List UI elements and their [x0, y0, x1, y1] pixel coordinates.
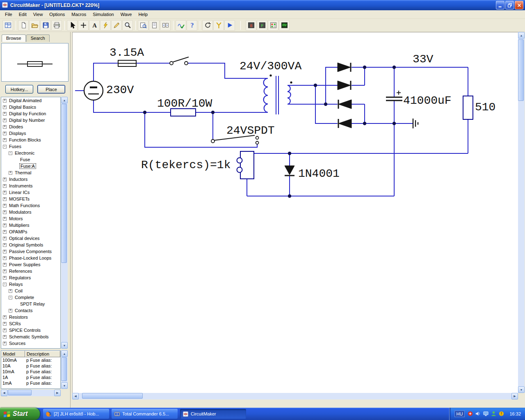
place-button[interactable]: Place — [37, 85, 65, 94]
tree-item-power-supplies[interactable]: +Power Supplies — [1, 261, 60, 268]
menu-simulation[interactable]: Simulation — [89, 11, 117, 18]
expand-toggle-icon[interactable]: + — [3, 217, 7, 221]
sidebar-hscrollbar[interactable]: ◀ ▶ — [1, 390, 61, 396]
menu-wave[interactable]: Wave — [117, 11, 135, 18]
browse-panel-button[interactable] — [2, 20, 13, 31]
scroll-left-icon[interactable]: ◀ — [72, 393, 79, 399]
expand-toggle-icon[interactable]: + — [3, 99, 7, 103]
scroll-up-icon[interactable]: ▲ — [518, 32, 525, 39]
tab-browse[interactable]: Browse — [2, 34, 26, 42]
menu-edit[interactable]: Edit — [16, 11, 30, 18]
menu-file[interactable]: File — [2, 11, 16, 18]
tree-vscrollbar[interactable]: ▲ ▼ — [61, 97, 68, 349]
expand-toggle-icon[interactable]: + — [3, 184, 7, 188]
close-button[interactable] — [515, 1, 523, 9]
scroll-track[interactable] — [61, 103, 68, 342]
tree-item-digital-by-function[interactable]: +Digital by Function — [1, 110, 60, 117]
model-row[interactable]: 10Ap Fuse alias: — [1, 363, 60, 369]
canvas-vscrollbar[interactable]: ▲ ▼ — [518, 32, 525, 393]
tree-item-linear-ics[interactable]: +Linear ICs — [1, 189, 60, 196]
scroll-right-icon[interactable]: ▶ — [54, 390, 61, 396]
expand-toggle-icon[interactable]: - — [9, 296, 12, 299]
tree-item-electronic[interactable]: -Electronic — [1, 150, 60, 156]
tree-item-thermal[interactable]: +Thermal — [1, 169, 60, 176]
tree-item-function-blocks[interactable]: +Function Blocks — [1, 137, 60, 143]
schematic-canvas[interactable]: 3.15A230V24V/300VA100R/10W24VSPDTR(teker… — [73, 32, 518, 393]
scroll-up-icon[interactable]: ▲ — [61, 97, 68, 103]
label-source-voltage[interactable]: 230V — [106, 84, 134, 96]
component-load-resistor[interactable] — [463, 96, 473, 119]
tree-item-math-functions[interactable]: +Math Functions — [1, 202, 60, 209]
run-simulation-button[interactable] — [224, 20, 235, 31]
schematic-labels[interactable]: 3.15A230V24V/300VA100R/10W24VSPDTR(teker… — [106, 46, 495, 180]
expand-toggle-icon[interactable]: + — [3, 132, 7, 135]
hotkey-button[interactable]: Hotkey... — [5, 85, 33, 94]
delete-tool-button[interactable] — [100, 20, 111, 31]
edit-tool-button[interactable] — [111, 20, 122, 31]
expand-toggle-icon[interactable]: + — [3, 230, 7, 234]
tree-item-phase-locked-loops[interactable]: +Phase-Locked Loops — [1, 255, 60, 261]
model-vscrollbar[interactable]: ▲ ▼ — [61, 350, 68, 389]
display-logic-button[interactable] — [268, 20, 278, 31]
expand-toggle-icon[interactable]: + — [3, 178, 7, 181]
scroll-down-icon[interactable]: ▼ — [61, 342, 68, 349]
help-button[interactable]: ? — [187, 20, 197, 31]
restore-button[interactable] — [505, 1, 514, 9]
expand-toggle-icon[interactable]: + — [9, 289, 12, 293]
task-button-circuitmaker[interactable]: CircuitMaker — [180, 409, 246, 419]
expand-toggle-icon[interactable]: + — [3, 210, 7, 214]
label-flyback-diode[interactable]: 1N4001 — [298, 167, 340, 180]
reset-simulation-button[interactable] — [202, 20, 213, 31]
canvas-hscrollbar[interactable]: ◀ ▶ — [72, 393, 518, 399]
component-transformer[interactable] — [264, 74, 292, 114]
expand-toggle-icon[interactable]: - — [3, 145, 7, 148]
label-output-voltage[interactable]: 33V — [413, 53, 434, 66]
tree-item-spdt-relay[interactable]: SPDT Relay — [1, 301, 60, 307]
tree-item-optical-devices[interactable]: +Optical devices — [1, 235, 60, 242]
label-relay-coil[interactable]: R(tekercs)=1k — [141, 159, 231, 171]
expand-toggle-icon[interactable]: + — [3, 105, 7, 109]
scroll-left-icon[interactable]: ◀ — [1, 390, 7, 396]
expand-toggle-icon[interactable]: + — [3, 250, 7, 253]
expand-toggle-icon[interactable]: + — [3, 322, 7, 326]
probe-tool-button[interactable] — [213, 20, 224, 31]
save-file-button[interactable] — [40, 20, 51, 31]
menu-macros[interactable]: Macros — [68, 11, 89, 18]
expand-toggle-icon[interactable]: + — [3, 237, 7, 240]
expand-toggle-icon[interactable]: + — [3, 342, 7, 345]
scroll-thumb[interactable] — [518, 39, 524, 101]
expand-toggle-icon[interactable]: + — [3, 204, 7, 208]
model-row[interactable]: 1Ap Fuse alias: — [1, 374, 60, 380]
model-column-header[interactable]: Model — [1, 351, 25, 357]
component-ground[interactable] — [413, 119, 418, 128]
zoom-tool-button[interactable] — [122, 20, 133, 31]
label-capacitor-value[interactable]: 41000uF — [403, 94, 452, 107]
display-scope-button[interactable] — [279, 20, 290, 31]
antivirus-icon[interactable] — [467, 411, 473, 418]
language-indicator[interactable]: HU — [454, 411, 465, 417]
expand-toggle-icon[interactable]: + — [3, 224, 7, 227]
split-view-button[interactable] — [160, 20, 171, 31]
expand-toggle-icon[interactable]: + — [3, 243, 7, 247]
menu-view[interactable]: View — [30, 11, 46, 18]
scroll-track[interactable] — [518, 39, 525, 386]
scroll-track[interactable] — [79, 393, 511, 399]
expand-toggle-icon[interactable]: + — [3, 263, 7, 267]
start-button[interactable]: Start — [0, 408, 40, 420]
task-button-total-commander-6-5[interactable]: Total Commander 6.5... — [112, 409, 178, 419]
tree-item-digital-animated[interactable]: +Digital Animated — [1, 97, 60, 104]
tree-item-mosfets[interactable]: +MOSFETs — [1, 196, 60, 202]
tree-item-original-symbols[interactable]: +Original Symbols — [1, 242, 60, 248]
tree-item-fuse-a[interactable]: Fuse:A — [1, 163, 60, 169]
menu-help[interactable]: Help — [135, 11, 151, 18]
component-ac-source[interactable] — [84, 81, 103, 100]
expand-toggle-icon[interactable]: + — [3, 197, 7, 201]
label-relay-contact[interactable]: 24VSPDT — [226, 124, 275, 137]
tree-item-instruments[interactable]: +Instruments — [1, 183, 60, 189]
tree-item-coil[interactable]: +Coil — [1, 288, 60, 294]
component-switch[interactable] — [170, 57, 189, 65]
display-7seg-button[interactable]: 8 — [246, 20, 256, 31]
tree-item-inductors[interactable]: +Inductors — [1, 176, 60, 183]
tree-item-digital-by-number[interactable]: +Digital by Number — [1, 117, 60, 123]
expand-toggle-icon[interactable]: + — [3, 138, 7, 142]
